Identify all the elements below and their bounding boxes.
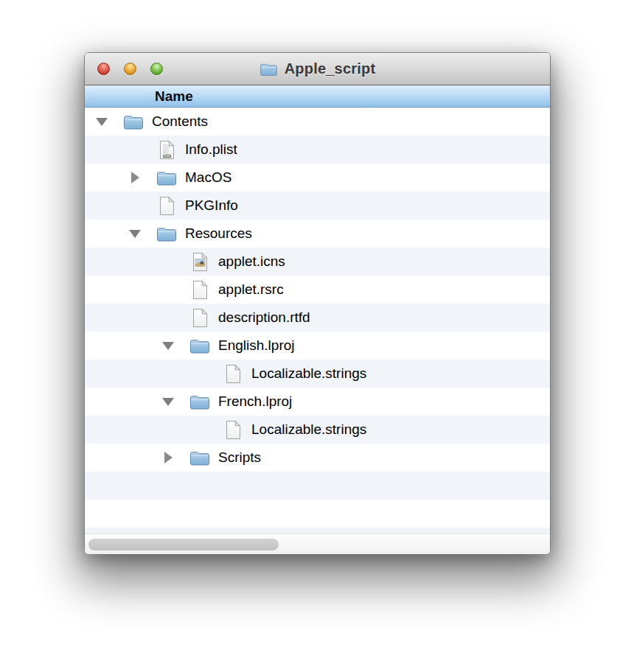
disclosure-triangle-expanded[interactable] bbox=[94, 118, 109, 126]
svg-text:PLIST: PLIST bbox=[163, 155, 171, 158]
disclosure-triangle-expanded[interactable] bbox=[128, 230, 142, 238]
file-icon bbox=[189, 279, 210, 300]
folder-icon bbox=[156, 167, 177, 188]
tree-row[interactable]: description.rtfd bbox=[85, 304, 550, 332]
row-label: MacOS bbox=[185, 169, 231, 186]
plist-file-icon: PLIST bbox=[156, 139, 177, 160]
folder-icon bbox=[156, 223, 177, 244]
zoom-button[interactable] bbox=[150, 63, 163, 75]
row-label: Localizable.strings bbox=[251, 365, 366, 382]
folder-icon bbox=[189, 335, 210, 356]
close-button[interactable] bbox=[97, 63, 110, 75]
folder-proxy-icon[interactable] bbox=[259, 62, 278, 77]
row-label: PKGInfo bbox=[185, 197, 238, 214]
icns-file-icon bbox=[189, 251, 210, 272]
name-column-header[interactable]: Name bbox=[85, 85, 550, 108]
title-bar[interactable]: Apple_script bbox=[85, 53, 550, 85]
tree-row[interactable]: Localizable.strings bbox=[85, 360, 550, 388]
folder-icon bbox=[123, 111, 144, 132]
folder-icon bbox=[189, 447, 210, 468]
finder-window: Apple_script Name Contents PLIST Info.pl… bbox=[84, 52, 551, 553]
tree-row[interactable]: Scripts bbox=[85, 444, 550, 472]
tree-row[interactable]: applet.rsrc bbox=[85, 276, 550, 304]
disclosure-triangle-expanded[interactable] bbox=[161, 398, 175, 406]
tree-row[interactable]: PLIST Info.plist bbox=[85, 136, 550, 164]
tree-row[interactable]: French.lproj bbox=[85, 388, 550, 416]
file-icon bbox=[156, 195, 177, 216]
row-label: English.lproj bbox=[218, 337, 295, 354]
tree-row[interactable]: Resources bbox=[85, 220, 550, 248]
window-controls bbox=[97, 63, 163, 75]
tree-row[interactable]: applet.icns bbox=[85, 248, 550, 276]
tree-row[interactable]: PKGInfo bbox=[85, 192, 550, 220]
row-label: Scripts bbox=[218, 449, 261, 466]
disclosure-triangle-expanded[interactable] bbox=[161, 342, 175, 350]
tree-row[interactable]: MacOS bbox=[85, 164, 550, 192]
row-label: description.rtfd bbox=[218, 309, 310, 326]
file-icon bbox=[223, 363, 243, 384]
row-label: applet.icns bbox=[218, 253, 285, 270]
scrollbar-thumb[interactable] bbox=[88, 539, 279, 550]
name-column-label: Name bbox=[155, 88, 193, 105]
window-title: Apple_script bbox=[285, 60, 376, 77]
desktop-background: { "window": { "title": "Apple_script", "… bbox=[0, 0, 634, 672]
disclosure-triangle-collapsed[interactable] bbox=[161, 452, 175, 463]
tree-row[interactable]: Contents bbox=[85, 108, 550, 136]
row-label: Resources bbox=[185, 225, 252, 242]
row-label: applet.rsrc bbox=[218, 281, 284, 298]
file-tree: Contents PLIST Info.plist MacOS PKGInfo … bbox=[85, 108, 550, 533]
title-group: Apple_script bbox=[259, 60, 376, 77]
file-icon bbox=[189, 307, 210, 328]
row-label: French.lproj bbox=[218, 393, 292, 410]
horizontal-scrollbar[interactable] bbox=[85, 533, 550, 554]
tree-row[interactable]: English.lproj bbox=[85, 332, 550, 360]
row-label: Localizable.strings bbox=[251, 421, 366, 438]
row-label: Info.plist bbox=[185, 141, 237, 158]
minimize-button[interactable] bbox=[124, 63, 136, 75]
tree-row[interactable]: Localizable.strings bbox=[85, 416, 550, 444]
row-label: Contents bbox=[152, 113, 208, 130]
disclosure-triangle-collapsed[interactable] bbox=[128, 172, 142, 183]
file-icon bbox=[223, 419, 243, 440]
folder-icon bbox=[189, 391, 210, 412]
